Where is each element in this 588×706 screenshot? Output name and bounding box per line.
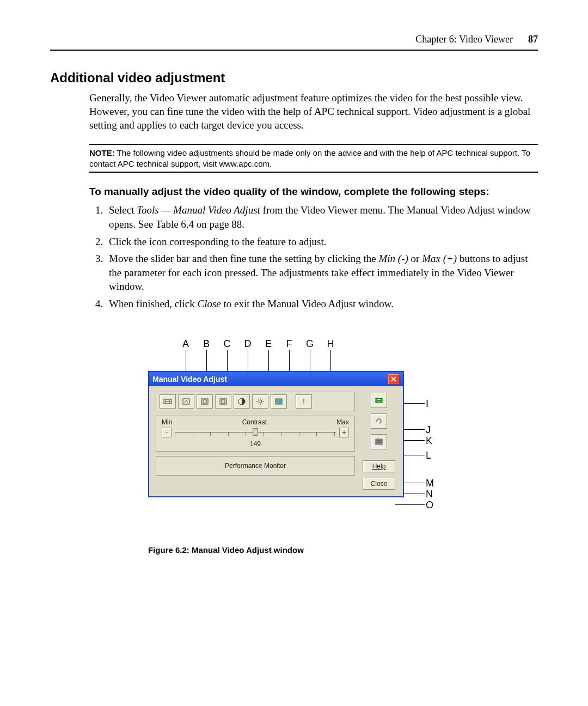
close-icon[interactable]: ✕: [388, 374, 400, 385]
refresh-button[interactable]: [371, 413, 387, 429]
manual-video-adjust-window: Manual Video Adjust ✕ !: [148, 371, 404, 497]
figure-6-2: ABCDEFGH I J K L M N O Manual Video Adju…: [148, 338, 442, 534]
close-button[interactable]: Close: [363, 478, 395, 490]
svg-line-13: [262, 403, 264, 404]
section-title: Additional video adjustment: [50, 70, 538, 86]
svg-rect-3: [203, 400, 206, 403]
auto-adjust-button[interactable]: [371, 393, 387, 408]
svg-line-15: [262, 399, 264, 400]
vert-pos-icon[interactable]: [215, 394, 231, 409]
slider-value: 149: [162, 440, 349, 448]
slider-thumb[interactable]: [253, 428, 258, 436]
callout-K: K: [426, 435, 432, 447]
noise-icon[interactable]: [271, 394, 287, 409]
width-icon[interactable]: [160, 394, 176, 409]
svg-line-14: [258, 403, 259, 404]
callout-O: O: [426, 500, 433, 511]
svg-rect-19: [377, 399, 381, 400]
svg-rect-23: [376, 441, 382, 442]
page-number: 87: [528, 34, 538, 45]
callout-N: N: [426, 489, 433, 500]
adjust-toolbar: !: [156, 392, 355, 411]
slider-panel: Min Contrast Max - +: [156, 416, 355, 452]
svg-rect-1: [183, 399, 189, 404]
slider-param-label: Contrast: [242, 418, 267, 426]
note-label: NOTE:: [89, 148, 115, 157]
svg-rect-18: [376, 398, 382, 403]
top-callout-letters: ABCDEFGH: [175, 338, 341, 350]
titlebar[interactable]: Manual Video Adjust ✕: [149, 372, 403, 386]
running-header: Chapter 6: Video Viewer 87: [50, 34, 538, 51]
window-title: Manual Video Adjust: [152, 375, 227, 384]
callout-M: M: [426, 478, 434, 489]
steps-list: Select Tools — Manual Video Adjust from …: [89, 203, 538, 311]
svg-point-7: [259, 400, 262, 403]
step-2: Click the icon corresponding to the feat…: [106, 235, 538, 249]
callout-I: I: [426, 398, 428, 410]
step-1: Select Tools — Manual Video Adjust from …: [106, 203, 538, 231]
horiz-pos-icon[interactable]: [197, 394, 213, 409]
callout-L: L: [426, 450, 431, 461]
slider-track[interactable]: [175, 427, 336, 438]
svg-text:!: !: [303, 398, 305, 405]
svg-rect-20: [377, 401, 381, 401]
steps-heading: To manually adjust the video quality of …: [89, 186, 538, 198]
slider-min-label: Min: [162, 418, 172, 426]
priority-icon[interactable]: !: [296, 394, 312, 409]
svg-rect-5: [222, 400, 225, 403]
svg-line-12: [258, 399, 259, 400]
figure-caption: Figure 6.2: Manual Video Adjust window: [148, 545, 538, 555]
contrast-icon[interactable]: [234, 394, 250, 409]
chapter-label: Chapter 6: Video Viewer: [415, 34, 513, 45]
brightness-icon[interactable]: [252, 394, 268, 409]
slider-minus-button[interactable]: -: [162, 428, 171, 437]
step-3: Move the slider bar and then fine tune t…: [106, 252, 538, 294]
help-button[interactable]: Help: [363, 460, 395, 472]
slider-max-label: Max: [336, 418, 349, 426]
callout-J: J: [426, 424, 431, 436]
note-block: NOTE: The following video adjustments sh…: [89, 144, 538, 173]
color-bars-button[interactable]: [371, 434, 387, 449]
note-text: The following video adjustments should b…: [89, 148, 530, 168]
fine-adjust-icon[interactable]: [178, 394, 194, 409]
performance-monitor-panel: Performance Monitor: [156, 456, 355, 476]
slider-plus-button[interactable]: +: [339, 428, 349, 437]
svg-rect-22: [376, 440, 382, 441]
intro-paragraph: Generally, the Video Viewer automatic ad…: [89, 91, 538, 132]
svg-rect-24: [376, 442, 382, 444]
svg-rect-16: [275, 399, 282, 404]
performance-monitor-label: Performance Monitor: [225, 462, 286, 470]
step-4: When finished, click Close to exit the M…: [106, 297, 538, 311]
